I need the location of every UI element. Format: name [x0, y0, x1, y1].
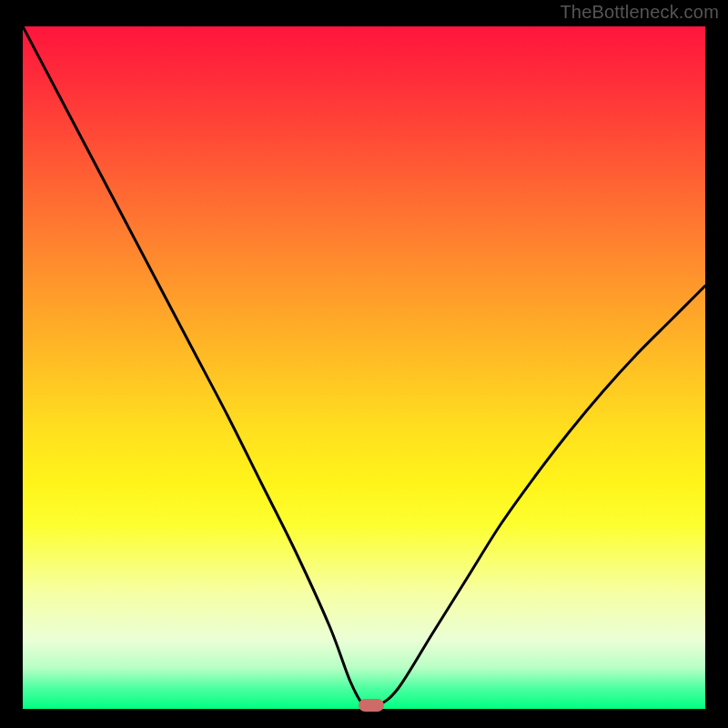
- chart-container: TheBottleneck.com: [0, 0, 728, 728]
- bottleneck-curve-path: [23, 26, 705, 708]
- curve-svg: [23, 26, 705, 709]
- plot-area: [20, 24, 708, 712]
- watermark-text: TheBottleneck.com: [560, 2, 719, 23]
- optimum-marker: [359, 699, 384, 712]
